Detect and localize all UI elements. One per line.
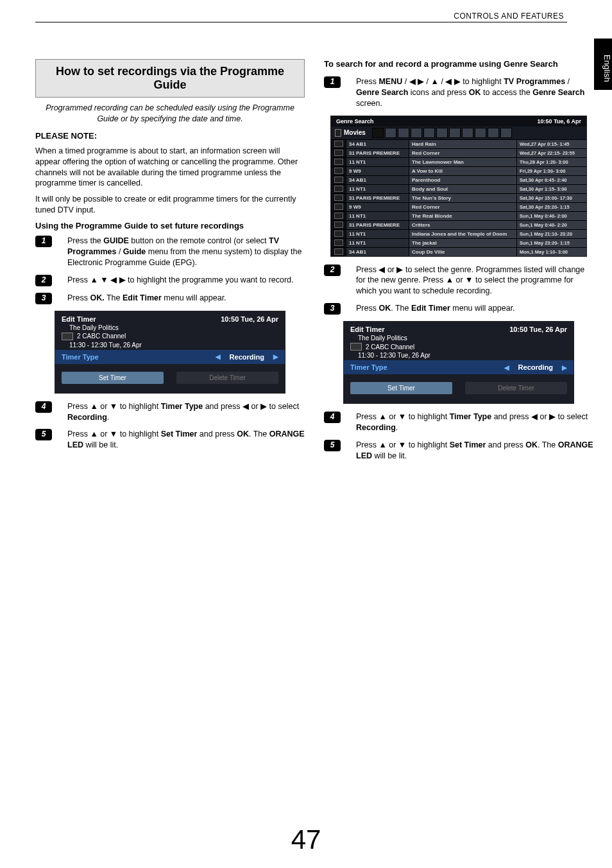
edit-timer-time: 11:30 - 12:30 Tue, 26 Apr (55, 342, 285, 350)
channel-cell: 11 NT1 (346, 239, 409, 247)
left-column: How to set recordings via the Programme … (35, 59, 305, 457)
channel-cell: 34 AB1 (346, 176, 409, 184)
tv-icon (334, 239, 343, 246)
step-3-text: Press OK. The Edit Timer menu will appea… (56, 293, 226, 304)
document-icon (335, 129, 341, 137)
table-row[interactable]: 34 AB1Hard RainWed,27 Apr 0:15- 1:45 (331, 139, 586, 148)
table-row[interactable]: 31 PARIS PREMIERERed CornerWed,27 Apr 22… (331, 148, 586, 157)
edit-timer-prog: The Daily Politics (344, 334, 574, 343)
tv-icon (334, 221, 343, 228)
step-5-text: Press ▲ or ▼ to highlight Set Timer and … (56, 429, 305, 451)
step-1: 1 Press the GUIDE button on the remote c… (35, 236, 305, 268)
r-step-5: 5 Press ▲ or ▼ to highlight Set Timer an… (324, 440, 593, 462)
table-row[interactable]: 31 PARIS PREMIEREThe Nun's StorySat,30 A… (331, 193, 586, 202)
step-5: 5 Press ▲ or ▼ to highlight Set Timer an… (35, 429, 305, 451)
programme-cell: Red Corner (409, 203, 517, 211)
tv-icon (334, 159, 343, 165)
chevron-left-icon[interactable]: ◀ (504, 364, 509, 371)
edit-timer-channel-row: 2 CABC Channel (55, 333, 285, 342)
tv-icon-cell (331, 248, 346, 256)
step-4: 4 Press ▲ or ▼ to highlight Timer Type a… (35, 401, 305, 423)
step-num-2: 2 (35, 275, 52, 286)
genre-icon[interactable] (411, 128, 422, 138)
genre-icon[interactable] (462, 128, 473, 138)
r-step-4: 4 Press ▲ or ▼ to highlight Timer Type a… (324, 412, 593, 433)
set-timer-button[interactable]: Set Timer (62, 372, 164, 384)
time-cell: Sun,1 May 23:20- 1:15 (517, 239, 586, 247)
table-row[interactable]: 9 W9A Vow to KillFri,29 Apr 1:30- 3:00 (331, 166, 586, 175)
timer-type-value: Recording (230, 353, 264, 361)
delete-timer-button[interactable]: Delete Timer (176, 372, 278, 384)
tv-icon-cell (331, 149, 346, 157)
time-cell: Sun,1 May 21:10- 23:20 (517, 230, 586, 238)
time-cell: Sat,30 Apr 0:45- 2:40 (517, 176, 586, 184)
step-1-text: Press the GUIDE button on the remote con… (56, 236, 305, 268)
r-step-2-text: Press ◀ or ▶ to select the genre. Progra… (344, 265, 593, 297)
programme-cell: A Vow to Kill (409, 167, 517, 175)
genre-icon[interactable] (423, 128, 435, 138)
r-step-num-1: 1 (324, 76, 341, 88)
table-row[interactable]: 11 NT1The jackalSun,1 May 23:20- 1:15 (331, 238, 586, 247)
r-step-3-text: Press OK. The Edit Timer menu will appea… (344, 303, 515, 314)
tv-icon (334, 204, 343, 210)
time-cell: Mon,1 May 1:10- 3:00 (517, 248, 586, 256)
table-row[interactable]: 11 NT1The Real BlondeSun,1 May 0:40- 2:0… (331, 211, 586, 220)
r-step-1-text: Press MENU / ◀ ▶ / ▲ / ◀ ▶ to highlight … (344, 76, 593, 109)
genre-icon[interactable] (475, 128, 486, 138)
using-guide-heading: Using the Programme Guide to set future … (35, 221, 305, 230)
channel-cell: 34 AB1 (346, 248, 409, 256)
tv-icon (334, 248, 343, 255)
table-row[interactable]: 34 AB1ParenthoodSat,30 Apr 0:45- 2:40 (331, 175, 586, 184)
genre-icon[interactable] (488, 128, 499, 138)
tv-icon-cell (331, 203, 346, 211)
set-timer-button[interactable]: Set Timer (350, 382, 452, 394)
table-row[interactable]: 31 PARIS PREMIERECrittersSun,1 May 0:40-… (331, 220, 586, 229)
genre-icon[interactable] (500, 128, 512, 138)
genre-icon[interactable] (385, 128, 396, 138)
genre-icon[interactable] (398, 128, 409, 138)
delete-timer-button[interactable]: Delete Timer (465, 382, 567, 394)
step-num-1: 1 (35, 236, 52, 247)
channel-cell: 34 AB1 (346, 140, 409, 148)
programme-cell: Critters (409, 221, 517, 229)
time-cell: Sat,30 Apr 15:00- 17:30 (517, 194, 586, 202)
tv-icon (334, 195, 343, 201)
tv-icon-cell (331, 185, 346, 193)
genre-category: Movies (344, 129, 366, 136)
table-row[interactable]: 11 NT1Body and SoulSat,30 Apr 1:15- 3:00 (331, 184, 586, 193)
table-row[interactable]: 11 NT1The Lawnmower ManThu,28 Apr 1:20- … (331, 157, 586, 166)
tv-icon (334, 150, 343, 156)
please-note-heading: PLEASE NOTE: (35, 131, 305, 141)
channel-cell: 11 NT1 (346, 230, 409, 238)
chevron-right-icon[interactable]: ▶ (273, 353, 278, 360)
timer-type-label: Timer Type (350, 363, 387, 371)
genre-icon[interactable] (436, 128, 448, 138)
r-step-num-2: 2 (324, 265, 341, 276)
edit-timer-channel: 2 CABC Channel (366, 343, 414, 351)
genre-icon[interactable] (372, 128, 384, 138)
programme-cell: The Nun's Story (409, 194, 517, 202)
chevron-right-icon[interactable]: ▶ (562, 364, 567, 371)
edit-timer-title: Edit Timer (62, 315, 96, 323)
time-cell: Sun,1 May 0:40- 2:00 (517, 212, 586, 220)
timer-type-row[interactable]: Timer Type ◀ Recording ▶ (55, 350, 285, 364)
tv-icon (334, 168, 343, 174)
timer-type-row[interactable]: Timer Type ◀ Recording ▶ (344, 360, 574, 374)
time-cell: Sun,1 May 0:40- 2:20 (517, 221, 586, 229)
channel-cell: 31 PARIS PREMIERE (346, 194, 409, 202)
table-row[interactable]: 9 W9Red CornerSat,30 Apr 23:20- 1:15 (331, 202, 586, 211)
r-step-num-5: 5 (324, 440, 341, 451)
table-row[interactable]: 34 AB1Coup De VilleMon,1 May 1:10- 3:00 (331, 247, 586, 256)
time-cell: Wed,27 Apr 0:15- 1:45 (517, 140, 586, 148)
edit-timer-time: 11:30 - 12:30 Tue, 26 Apr (344, 352, 574, 360)
tv-icon (334, 141, 343, 147)
programme-cell: Indiana Jones and the Temple of Doom (409, 230, 517, 238)
programme-cell: Hard Rain (409, 140, 517, 148)
time-cell: Sat,30 Apr 23:20- 1:15 (517, 203, 586, 211)
tv-icon-cell (331, 221, 346, 229)
programme-cell: Parenthood (409, 176, 517, 184)
chevron-left-icon[interactable]: ◀ (216, 353, 221, 360)
genre-rows-container: 34 AB1Hard RainWed,27 Apr 0:15- 1:4531 P… (331, 139, 586, 256)
genre-icon[interactable] (449, 128, 461, 138)
table-row[interactable]: 11 NT1Indiana Jones and the Temple of Do… (331, 229, 586, 238)
